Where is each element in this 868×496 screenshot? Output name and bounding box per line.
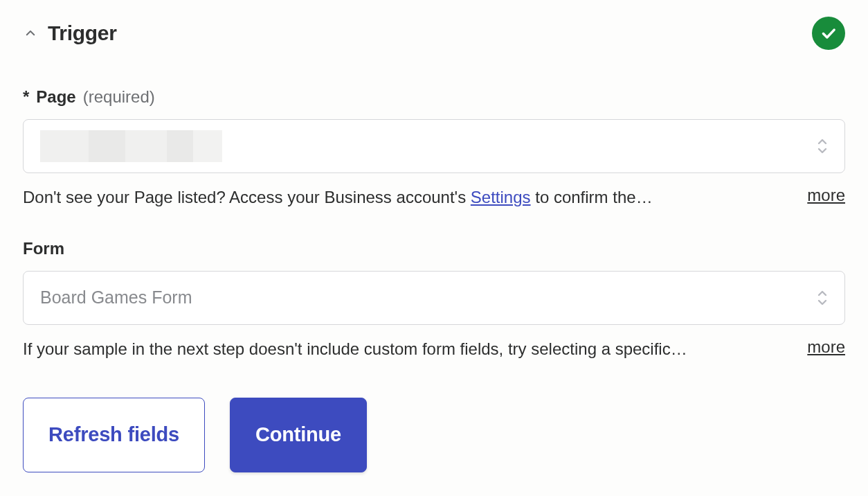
status-success-badge bbox=[812, 17, 845, 50]
chevron-up-icon bbox=[24, 27, 37, 39]
form-select[interactable]: Board Games Form bbox=[23, 271, 845, 325]
header-left: Trigger bbox=[23, 21, 117, 45]
form-more-link[interactable]: more bbox=[807, 337, 845, 357]
field-page: * Page (required) Don't see your Page li… bbox=[23, 87, 845, 210]
select-updown-icon bbox=[815, 288, 829, 308]
field-form-label-row: Form bbox=[23, 239, 845, 258]
button-row: Refresh fields Continue bbox=[23, 398, 845, 472]
collapse-toggle[interactable] bbox=[23, 26, 38, 41]
page-help-before: Don't see your Page listed? Access your … bbox=[23, 188, 471, 206]
field-page-label: Page bbox=[36, 87, 75, 107]
continue-button[interactable]: Continue bbox=[230, 398, 367, 472]
form-select-value: Board Games Form bbox=[40, 287, 192, 308]
section-title: Trigger bbox=[48, 21, 117, 45]
form-help-row: If your sample in the next step doesn't … bbox=[23, 337, 845, 362]
page-select[interactable] bbox=[23, 119, 845, 173]
page-more-link[interactable]: more bbox=[807, 186, 845, 205]
form-help-text: If your sample in the next step doesn't … bbox=[23, 337, 779, 362]
field-form-label: Form bbox=[23, 239, 64, 258]
required-hint: (required) bbox=[83, 87, 155, 107]
page-help-after: to confirm the… bbox=[531, 188, 653, 206]
section-header: Trigger bbox=[23, 17, 845, 50]
settings-link[interactable]: Settings bbox=[471, 188, 531, 206]
field-form: Form Board Games Form If your sample in … bbox=[23, 239, 845, 362]
check-icon bbox=[820, 24, 838, 42]
field-page-label-row: * Page (required) bbox=[23, 87, 845, 107]
select-updown-icon bbox=[815, 136, 829, 156]
page-help-row: Don't see your Page listed? Access your … bbox=[23, 186, 845, 210]
page-select-value-redacted bbox=[40, 130, 222, 162]
page-help-text: Don't see your Page listed? Access your … bbox=[23, 186, 779, 210]
required-asterisk: * bbox=[23, 87, 29, 107]
refresh-fields-button[interactable]: Refresh fields bbox=[23, 398, 205, 472]
